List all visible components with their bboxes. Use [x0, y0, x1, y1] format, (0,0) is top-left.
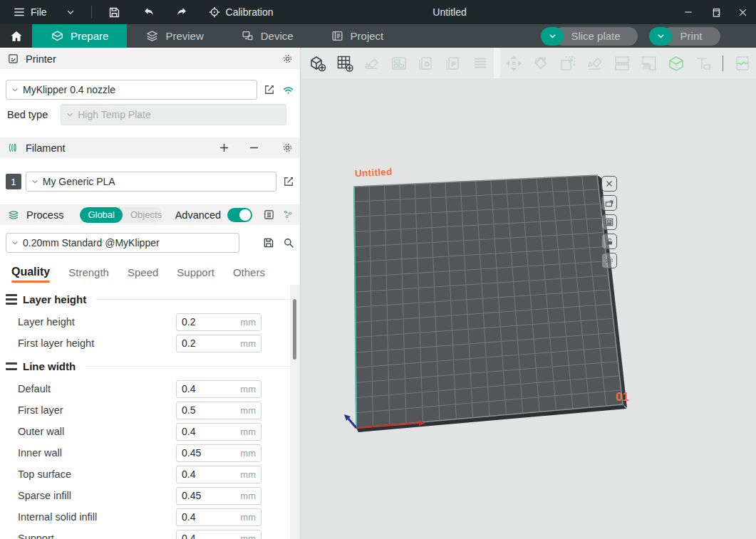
plate-layout-button[interactable] [601, 214, 617, 230]
save-preset-button[interactable] [262, 236, 275, 249]
scope-global-button[interactable]: Global [80, 207, 123, 223]
printer-settings-button[interactable] [281, 53, 294, 65]
printer-connection-button[interactable] [281, 83, 295, 97]
add-object-button[interactable] [309, 54, 327, 73]
tab-speed[interactable]: Speed [128, 266, 158, 283]
setting-unit: mm [240, 469, 256, 480]
scale-button[interactable] [559, 54, 577, 73]
print-split-button: Print [649, 27, 720, 46]
process-scope-switch: Global Objects [80, 207, 162, 223]
redo-button[interactable] [170, 3, 192, 22]
build-plate[interactable] [354, 175, 623, 428]
filament-preset-select[interactable]: My Generic PLA [26, 172, 276, 192]
setting-input[interactable]: 0.5 mm [176, 402, 262, 419]
place-on-face-button[interactable] [586, 54, 604, 73]
minimize-button[interactable] [675, 0, 702, 24]
tab-others[interactable]: Others [233, 266, 265, 283]
printer-preset-select[interactable]: MyKlipper 0.4 nozzle [6, 80, 257, 100]
file-menu-dropdown[interactable] [61, 4, 80, 20]
setting-row: Support 0.4 mm [0, 528, 301, 539]
gear-icon [281, 142, 294, 154]
parameter-table-button[interactable] [263, 209, 275, 221]
viewport-3d[interactable]: O P Untitled 01 [301, 48, 756, 539]
tab-device[interactable]: Device [222, 24, 312, 48]
save-button[interactable] [103, 3, 125, 22]
remove-filament-button[interactable] [249, 142, 259, 153]
tab-strength[interactable]: Strength [68, 266, 109, 283]
gear-icon [604, 256, 614, 266]
chevron-down-icon [66, 7, 76, 17]
setting-input[interactable]: 0.4 mm [176, 423, 262, 441]
lock-plate-button[interactable] [601, 234, 617, 249]
file-menu-button[interactable]: File [9, 3, 51, 21]
setting-row: First layer height 0.2 mm [0, 333, 301, 354]
delete-plate-button[interactable] [601, 176, 617, 192]
plate-settings-button[interactable] [601, 253, 617, 268]
add-plate-button[interactable] [336, 54, 354, 73]
setting-input[interactable]: 0.4 mm [176, 466, 262, 483]
setting-label: Outer wall [18, 426, 176, 437]
bed-type-select[interactable]: High Temp Plate [61, 104, 286, 125]
tab-project[interactable]: Project [312, 24, 403, 48]
setting-unit: mm [240, 427, 256, 437]
edit-printer-button[interactable] [263, 83, 276, 96]
parameter-table-icon [263, 209, 275, 221]
setting-row: Default 0.4 mm [0, 378, 301, 399]
object-list-button[interactable] [283, 209, 294, 220]
auto-orient-button[interactable] [363, 54, 381, 73]
arrange-plate-button[interactable] [601, 195, 617, 211]
split-horizontal-button[interactable] [613, 54, 631, 73]
tab-preview[interactable]: Preview [127, 24, 222, 48]
bed-type-value: High Temp Plate [78, 109, 150, 120]
advanced-toggle[interactable] [227, 208, 252, 222]
text-button[interactable] [694, 54, 713, 73]
filament-index-badge[interactable]: 1 [6, 174, 21, 189]
setting-unit: mm [240, 533, 256, 539]
redo-icon [175, 6, 188, 19]
toolbar-gap [494, 48, 500, 78]
tab-support[interactable]: Support [177, 266, 214, 283]
fill-region-button[interactable] [640, 54, 658, 73]
variable-layer-button[interactable] [471, 54, 490, 73]
setting-unit: mm [240, 384, 256, 394]
setting-input[interactable]: 0.45 mm [176, 487, 262, 505]
move-button[interactable] [504, 54, 523, 73]
settings-scrollbar[interactable] [290, 285, 300, 539]
undo-button[interactable] [138, 3, 160, 22]
tab-quality[interactable]: Quality [11, 266, 50, 283]
arrange-button[interactable] [390, 54, 408, 73]
tab-prepare[interactable]: Prepare [32, 24, 127, 48]
calibration-button[interactable]: Calibration [204, 3, 278, 21]
slice-plate-button[interactable]: Slice plate [554, 27, 638, 46]
prepare-icon [51, 29, 64, 43]
setting-input[interactable]: 0.4 mm [176, 508, 262, 526]
setting-input[interactable]: 0.2 mm [176, 313, 262, 331]
tab-preview-label: Preview [165, 30, 203, 42]
scope-objects-button[interactable]: Objects [123, 207, 162, 223]
edit-icon [282, 175, 295, 188]
assembly-view-button[interactable] [733, 54, 752, 73]
setting-input[interactable]: 0.2 mm [176, 335, 262, 352]
scrollbar-thumb[interactable] [293, 299, 296, 360]
rotate-button[interactable] [532, 54, 550, 73]
split-parts-button[interactable]: P [444, 54, 462, 73]
print-options-button[interactable] [649, 27, 672, 46]
process-preset-select[interactable]: 0.20mm Standard @MyKlipper [6, 233, 239, 253]
add-filament-button[interactable] [219, 142, 229, 153]
edit-filament-button[interactable] [282, 175, 295, 188]
tab-prepare-label: Prepare [71, 30, 108, 42]
cut-button[interactable] [667, 54, 685, 73]
filament-settings-button[interactable] [281, 142, 294, 154]
setting-input[interactable]: 0.4 mm [176, 380, 262, 398]
split-objects-button[interactable]: O [417, 54, 435, 73]
setting-input[interactable]: 0.4 mm [176, 530, 262, 539]
preview-icon [145, 29, 159, 43]
setting-input[interactable]: 0.45 mm [176, 444, 262, 462]
setting-unit: mm [240, 405, 256, 416]
home-button[interactable] [0, 24, 32, 48]
slice-options-button[interactable] [541, 27, 564, 46]
search-settings-button[interactable] [282, 236, 295, 249]
build-plate-scene[interactable] [301, 48, 756, 539]
maximize-button[interactable] [702, 0, 729, 24]
close-button[interactable] [729, 0, 756, 24]
